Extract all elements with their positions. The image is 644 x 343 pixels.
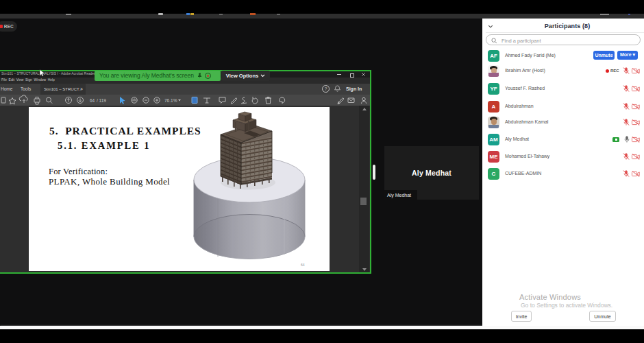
svg-text:/ 119: / 119 — [97, 97, 106, 102]
svg-text:64: 64 — [90, 97, 95, 102]
svg-text:76.1%: 76.1% — [164, 97, 177, 102]
